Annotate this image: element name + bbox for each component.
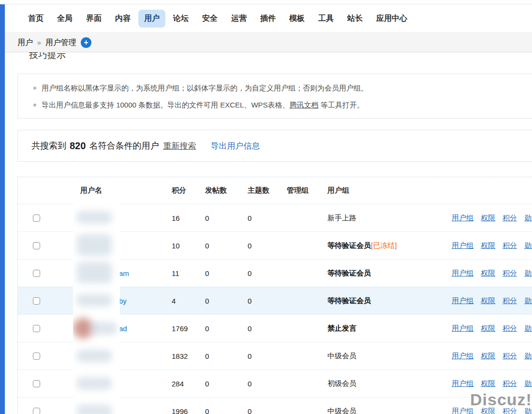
action-permission-link[interactable]: 权限	[481, 214, 495, 223]
action-score-link[interactable]: 积分	[502, 324, 517, 333]
nav-item-global[interactable]: 全局	[51, 10, 78, 28]
action-score-link[interactable]: 积分	[502, 269, 517, 278]
nav-item-webmaster[interactable]: 站长	[341, 10, 369, 28]
action-user-group-link[interactable]: 用户组	[452, 324, 473, 333]
action-medal-link[interactable]: 勋章	[524, 352, 532, 361]
nav-item-tools[interactable]: 工具	[312, 10, 340, 28]
tips-panel: 用户组名称以黑体字显示的，为系统用户组；以斜体字显示的，为自定义用户组；否则为会…	[17, 74, 532, 119]
nav-item-forum[interactable]: 论坛	[167, 10, 194, 28]
topics-value: 0	[243, 380, 282, 388]
nav-item-app-center[interactable]: 应用中心	[370, 10, 413, 28]
action-permission-link[interactable]: 权限	[481, 296, 495, 306]
username-fragment[interactable]: by	[119, 297, 127, 305]
topics-value: 0	[243, 269, 282, 277]
tencent-docs-link[interactable]: 腾讯文档	[290, 101, 319, 109]
posts-value: 0	[201, 242, 243, 250]
user-group-value: 禁止发言	[327, 324, 356, 332]
action-score-link[interactable]: 积分	[502, 379, 517, 388]
nav-item-home[interactable]: 首页	[22, 10, 49, 28]
action-user-group-link[interactable]: 用户组	[452, 352, 473, 361]
posts-value: 0	[201, 214, 243, 222]
research-link[interactable]: 重新搜索	[163, 140, 196, 152]
header-score: 积分	[167, 186, 201, 195]
username-fragment[interactable]: am	[119, 269, 129, 277]
action-medal-link[interactable]: 勋章	[524, 241, 532, 250]
header-username: 用户名	[76, 186, 167, 195]
user-group-value: 等待验证会员	[327, 269, 371, 277]
breadcrumb-separator: »	[37, 39, 41, 46]
row-checkbox[interactable]	[33, 242, 40, 249]
action-user-group-link[interactable]: 用户组	[452, 379, 473, 388]
nav-item-operation[interactable]: 运营	[225, 10, 252, 28]
posts-value: 0	[201, 407, 243, 414]
posts-value: 0	[201, 380, 243, 388]
topics-value: 0	[243, 352, 282, 360]
action-medal-link[interactable]: 勋章	[524, 214, 532, 223]
action-permission-link[interactable]: 权限	[481, 352, 495, 361]
score-value: 1832	[167, 352, 201, 360]
nav-item-security[interactable]: 安全	[196, 10, 223, 28]
row-checkbox[interactable]	[33, 408, 40, 414]
score-value: 1996	[167, 407, 201, 414]
posts-value: 0	[201, 297, 243, 305]
tip-text-post: 等工具打开。	[321, 101, 364, 109]
action-medal-link[interactable]: 勋章	[524, 379, 532, 388]
row-checkbox[interactable]	[33, 270, 40, 277]
action-score-link[interactable]: 积分	[502, 296, 517, 306]
user-group-value: 等待验证会员	[327, 241, 371, 249]
nav-item-templates[interactable]: 模板	[283, 10, 310, 28]
action-permission-link[interactable]: 权限	[481, 269, 495, 278]
table-header-row: 用户名 积分 发帖数 主题数 管理组 用户组	[18, 177, 532, 204]
header-posts: 发帖数	[201, 186, 243, 195]
search-summary-panel: 共搜索到 820 名符合条件的用户 重新搜索 导出用户信息	[17, 130, 532, 162]
header-topics: 主题数	[243, 186, 282, 195]
discuz-watermark: Discuz!	[470, 390, 532, 409]
row-checkbox[interactable]	[33, 297, 40, 305]
row-checkbox[interactable]	[33, 353, 40, 360]
topics-value: 0	[243, 242, 282, 250]
action-permission-link[interactable]: 权限	[481, 324, 495, 333]
action-user-group-link[interactable]: 用户组	[452, 269, 473, 278]
action-score-link[interactable]: 积分	[502, 214, 517, 223]
tip-text: 导出用户信息最多支持 10000 条数据。导出的文件可用 EXCEL、WPS表格…	[42, 100, 364, 110]
user-group-value: 等待验证会员	[327, 296, 371, 305]
nav-item-content[interactable]: 内容	[109, 10, 136, 28]
action-permission-link[interactable]: 权限	[481, 241, 495, 250]
row-checkbox[interactable]	[33, 325, 40, 332]
add-shortcut-button[interactable]: +	[81, 37, 91, 48]
breadcrumb-section: 用户	[17, 38, 33, 48]
breadcrumb-page: 用户管理	[45, 38, 76, 48]
topics-value: 0	[243, 214, 282, 222]
frozen-badge: [已冻结]	[371, 241, 397, 249]
posts-value: 0	[201, 269, 243, 277]
nav-item-interface[interactable]: 界面	[80, 10, 107, 28]
blurred-username	[89, 322, 117, 335]
row-checkbox[interactable]	[33, 380, 40, 387]
action-score-link[interactable]: 积分	[502, 352, 517, 361]
user-group-value: 初级会员	[327, 379, 356, 387]
score-value: 16	[167, 214, 201, 222]
action-user-group-link[interactable]: 用户组	[452, 214, 473, 223]
action-user-group-link[interactable]: 用户组	[452, 296, 473, 306]
blurred-username-column	[73, 204, 120, 414]
summary-pre: 共搜索到	[31, 140, 66, 152]
header-admin-group: 管理组	[282, 186, 323, 195]
blurred-username	[77, 405, 112, 414]
username-fragment[interactable]: ad	[119, 324, 127, 333]
tip-item: 用户组名称以黑体字显示的，为系统用户组；以斜体字显示的，为自定义用户组；否则为会…	[33, 83, 532, 93]
action-user-group-link[interactable]: 用户组	[452, 241, 473, 250]
blurred-username	[77, 211, 112, 224]
score-value: 4	[167, 297, 201, 305]
action-medal-link[interactable]: 勋章	[524, 296, 532, 306]
nav-item-plugins[interactable]: 插件	[254, 10, 281, 28]
action-medal-link[interactable]: 勋章	[524, 324, 532, 333]
action-permission-link[interactable]: 权限	[481, 379, 495, 388]
users-table: 用户名 积分 发帖数 主题数 管理组 用户组 16 0 0 新手上路 用户组权限…	[17, 177, 532, 414]
row-checkbox[interactable]	[33, 215, 40, 222]
action-score-link[interactable]: 积分	[502, 241, 517, 250]
export-users-link[interactable]: 导出用户信息	[210, 140, 260, 152]
sidebar-accent-strip	[0, 4, 5, 414]
nav-item-users[interactable]: 用户	[138, 10, 165, 28]
blurred-username	[77, 350, 112, 362]
action-medal-link[interactable]: 勋章	[524, 269, 532, 278]
